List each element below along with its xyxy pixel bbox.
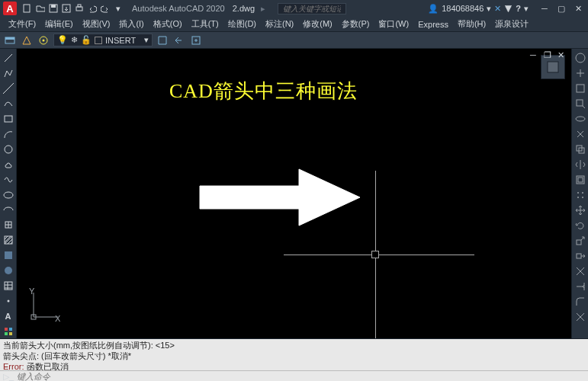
pan-icon[interactable]: [574, 66, 587, 80]
stretch-icon[interactable]: [574, 249, 587, 263]
menu-file[interactable]: 文件(F): [5, 18, 40, 30]
menu-tools[interactable]: 工具(T): [188, 18, 223, 30]
block-icon[interactable]: [2, 218, 15, 232]
circle-icon[interactable]: [2, 142, 15, 156]
spline-icon[interactable]: [2, 97, 15, 110]
line-icon[interactable]: [2, 51, 15, 65]
chevron-down-icon[interactable]: ▾: [112, 2, 124, 14]
svg-marker-26: [200, 169, 360, 226]
save-icon[interactable]: [47, 2, 59, 14]
svg-rect-46: [577, 254, 581, 258]
redo-icon[interactable]: [99, 2, 111, 14]
doc-close-icon[interactable]: ✕: [557, 50, 570, 61]
menu-parametric[interactable]: 参数(P): [338, 18, 374, 30]
svg-rect-2: [51, 5, 56, 8]
svg-rect-40: [578, 178, 583, 182]
polyline-icon[interactable]: [2, 66, 15, 80]
layer-match-icon[interactable]: [156, 34, 169, 47]
menu-dimension[interactable]: 标注(N): [262, 18, 297, 30]
close-icon[interactable]: ✕: [571, 3, 585, 14]
rectangle-icon[interactable]: [2, 112, 15, 126]
layer-selector[interactable]: 💡 ❄ 🔓 INSERT ▾: [53, 34, 153, 46]
help-icon[interactable]: ?: [516, 4, 521, 13]
menu-modify[interactable]: 修改(M): [299, 18, 336, 30]
point-icon[interactable]: [2, 294, 15, 308]
doc-minimize-icon[interactable]: ─: [530, 50, 542, 61]
spline2-icon[interactable]: [2, 173, 15, 187]
revcloud-icon[interactable]: [2, 158, 15, 171]
table-icon[interactable]: [2, 279, 15, 293]
user-name[interactable]: 184068846: [442, 4, 484, 13]
ellipsearc-icon[interactable]: [2, 203, 15, 217]
chevron-down-icon[interactable]: ▾: [524, 4, 529, 14]
print-icon[interactable]: [73, 2, 85, 14]
menu-bar: 文件(F) 编辑(E) 视图(V) 插入(I) 格式(O) 工具(T) 绘图(D…: [0, 17, 588, 32]
extend-icon[interactable]: [574, 280, 587, 293]
menu-edit[interactable]: 编辑(E): [41, 18, 77, 30]
zoom-extents-icon[interactable]: [574, 82, 587, 95]
rotate-icon[interactable]: [574, 219, 587, 232]
undo-icon[interactable]: [86, 2, 98, 14]
new-icon[interactable]: [21, 2, 34, 14]
svg-rect-22: [5, 328, 8, 331]
draw-toolbar: A: [0, 49, 17, 338]
menu-insert[interactable]: 插入(I): [115, 18, 147, 30]
svg-rect-13: [5, 116, 12, 122]
mirror-icon[interactable]: [574, 158, 587, 171]
user-icon[interactable]: 👤: [428, 4, 439, 14]
help-chevron-icon[interactable]: ⯆: [504, 4, 512, 13]
palette-icon[interactable]: [2, 325, 15, 338]
orbit-icon[interactable]: [574, 112, 587, 126]
full-nav-wheel-icon[interactable]: [574, 51, 587, 65]
chevron-down-icon[interactable]: ▾: [144, 35, 149, 45]
layer-name: INSERT: [105, 36, 136, 45]
command-input-row: ▷_: [0, 370, 588, 381]
menu-view[interactable]: 视图(V): [79, 18, 114, 30]
menu-format[interactable]: 格式(O): [149, 18, 186, 30]
command-input[interactable]: [17, 372, 585, 381]
app-logo[interactable]: A: [3, 2, 17, 15]
chevron-down-icon[interactable]: ▾: [487, 4, 491, 14]
move-icon[interactable]: [574, 203, 587, 217]
explode-icon[interactable]: [574, 310, 587, 324]
minimize-icon[interactable]: ─: [538, 3, 551, 14]
exchange-icon[interactable]: ✕: [494, 4, 501, 14]
erase-icon[interactable]: [574, 127, 587, 141]
maximize-icon[interactable]: ▢: [554, 3, 568, 14]
menu-window[interactable]: 窗口(W): [374, 18, 413, 30]
hatch-icon[interactable]: [2, 233, 15, 247]
menu-draw[interactable]: 绘图(D): [224, 18, 260, 30]
search-input[interactable]: [278, 3, 346, 14]
copy-icon[interactable]: [574, 142, 587, 156]
canvas-heading-text: CAD箭头中三种画法: [169, 78, 358, 104]
fillet-icon[interactable]: [574, 295, 587, 309]
svg-rect-18: [5, 251, 12, 259]
region-icon[interactable]: [2, 264, 15, 277]
xline-icon[interactable]: [2, 82, 15, 95]
svg-point-44: [582, 197, 583, 198]
menu-express[interactable]: Express: [414, 19, 452, 30]
array-icon[interactable]: [574, 188, 587, 202]
layer-prop-icon[interactable]: [3, 34, 17, 47]
layer-prev-icon[interactable]: [172, 34, 186, 47]
gradient-icon[interactable]: [2, 248, 15, 262]
menu-help[interactable]: 帮助(H): [454, 18, 490, 30]
mtext-icon[interactable]: A: [2, 309, 15, 323]
ellipse-icon[interactable]: [2, 188, 15, 202]
open-icon[interactable]: [34, 2, 47, 14]
offset-icon[interactable]: [574, 173, 587, 187]
layer-more-icon[interactable]: [189, 34, 203, 47]
command-history[interactable]: 当前箭头大小(mm,按图纸比例自动调节): <15> 箭头尖点: (回车改箭头尺…: [0, 338, 588, 370]
drawing-canvas[interactable]: ─ ❐ ✕ CAD箭头中三种画法 Y: [17, 49, 571, 338]
menu-yuanquan[interactable]: 源泉设计: [491, 18, 532, 30]
scale-icon[interactable]: [574, 234, 587, 248]
layer-state-icon[interactable]: [20, 34, 34, 47]
zoom-window-icon[interactable]: [574, 97, 587, 110]
svg-point-19: [5, 267, 12, 274]
trim-icon[interactable]: [574, 264, 587, 278]
doc-restore-icon[interactable]: ❐: [544, 50, 556, 61]
saveas-icon[interactable]: [60, 2, 72, 14]
svg-rect-7: [5, 37, 14, 40]
layer-isolate-icon[interactable]: [37, 34, 50, 47]
arc-icon[interactable]: [2, 127, 15, 141]
